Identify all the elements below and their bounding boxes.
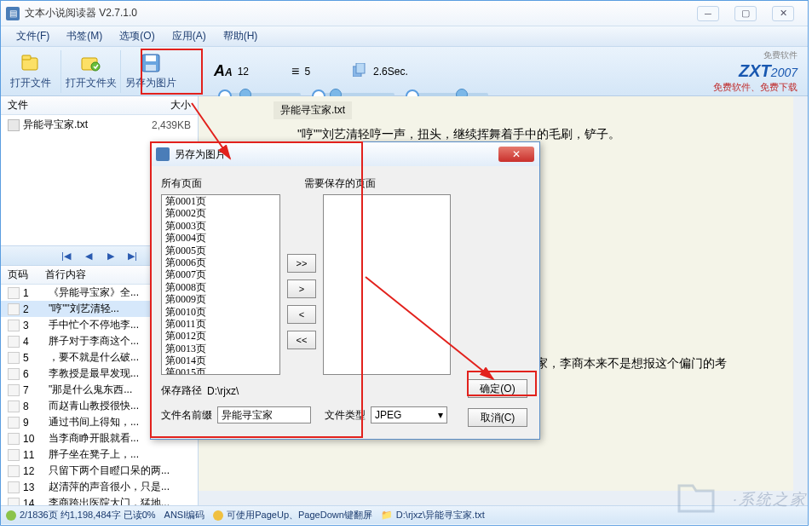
menu-file[interactable]: 文件(F)	[8, 26, 58, 46]
nav-first-button[interactable]: |◀	[59, 249, 74, 262]
menu-app[interactable]: 应用(A)	[164, 26, 215, 46]
page-item[interactable]: 第0006页	[162, 256, 279, 268]
close-button[interactable]: ✕	[772, 6, 794, 21]
filename-prefix-input[interactable]	[217, 406, 311, 423]
maximize-button[interactable]: ▢	[734, 6, 757, 21]
page-icon	[8, 433, 20, 445]
page-item[interactable]: 第0014页	[162, 354, 279, 366]
svg-rect-5	[146, 55, 156, 61]
chapter-text: 胖子坐在凳子上，...	[49, 447, 139, 462]
delay-control: 2.6Sec.	[353, 63, 408, 79]
chapter-text: 《异能寻宝家》全...	[49, 285, 139, 300]
chapter-num: 4	[23, 336, 49, 348]
font-size-value: 12	[238, 66, 249, 78]
chapter-text: ，要不就是什么破...	[49, 350, 139, 365]
chapter-num: 5	[23, 352, 49, 364]
menu-options[interactable]: 选项(O)	[111, 26, 163, 46]
selected-pages-list[interactable]	[323, 194, 451, 375]
chapter-row[interactable]: 12只留下两个目瞪口呆的两...	[1, 463, 198, 479]
folder-small-icon: 📁	[381, 510, 393, 521]
dialog-icon	[156, 147, 170, 161]
file-row[interactable]: 异能寻宝家.txt 2,439KB	[1, 115, 198, 135]
chapter-row[interactable]: 11胖子坐在凳子上，...	[1, 446, 198, 463]
page-icon	[8, 449, 20, 461]
page-item[interactable]: 第0010页	[162, 306, 279, 318]
open-file-label: 打开文件	[10, 76, 51, 90]
chapter-row[interactable]: 14李商跨出医院大门，猛地...	[1, 495, 198, 505]
all-pages-list[interactable]: 第0001页第0002页第0003页第0004页第0005页第0006页第000…	[161, 194, 280, 375]
page-item[interactable]: 第0004页	[162, 232, 279, 244]
chapter-text: 李教授是最早发现...	[49, 366, 139, 381]
chapter-row[interactable]: 13赵清萍的声音很小，只是...	[1, 479, 198, 495]
page-item[interactable]: 第0008页	[162, 281, 279, 293]
nav-next-button[interactable]: ▶	[103, 249, 118, 262]
open-file-button[interactable]: 打开文件	[1, 50, 60, 93]
svg-point-3	[91, 62, 100, 71]
open-folder-button[interactable]: 打开文件夹	[60, 50, 120, 93]
open-folder-label: 打开文件夹	[66, 76, 117, 90]
menu-bookmark[interactable]: 书签(M)	[58, 26, 111, 46]
status-icon	[6, 510, 16, 521]
page-item[interactable]: 第0007页	[162, 268, 279, 280]
move-all-left-button[interactable]: <<	[287, 331, 316, 349]
chapter-text: 当李商睁开眼就看...	[49, 431, 139, 446]
save-as-image-dialog: 另存为图片 ✕ 所有页面 需要保存的页面 第0001页第0002页第0003页第…	[150, 141, 540, 440]
page-icon	[8, 287, 20, 299]
titlebar: ▤ 文本小说阅读器 V2.7.1.0 ─ ▢ ✕	[1, 1, 808, 26]
move-left-button[interactable]: <	[287, 305, 316, 324]
page-item[interactable]: 第0011页	[162, 318, 279, 330]
file-header-name: 文件	[8, 98, 170, 112]
page-item[interactable]: 第0009页	[162, 293, 279, 305]
page-icon	[8, 465, 20, 477]
logo-text: ZXT	[739, 61, 771, 80]
toolbar-right: 免费软件 ZXT2007 免费软件、免费下载	[713, 49, 798, 94]
line-spacing-control: ≡ 5	[291, 64, 310, 79]
chapter-num: 7	[23, 384, 49, 396]
page-item[interactable]: 第0001页	[162, 195, 279, 207]
chapter-text: 李商跨出医院大门，猛地...	[49, 496, 170, 505]
chapter-num: 2	[23, 303, 49, 315]
page-item[interactable]: 第0002页	[162, 207, 279, 219]
page-item[interactable]: 第0005页	[162, 245, 279, 256]
page-item[interactable]: 第0015页	[162, 366, 279, 375]
menubar: 文件(F) 书签(M) 选项(O) 应用(A) 帮助(H)	[1, 26, 808, 47]
dialog-title: 另存为图片	[175, 147, 498, 162]
window-controls: ─ ▢ ✕	[697, 6, 803, 21]
cancel-button[interactable]: 取消(C)	[468, 408, 527, 427]
page-icon	[8, 303, 20, 315]
nav-prev-button[interactable]: ◀	[81, 249, 96, 262]
toolbar: 打开文件 打开文件夹 另存为图片 AA 12 ≡ 5 2.6Sec. 免	[1, 47, 808, 96]
page-item[interactable]: 第0013页	[162, 343, 279, 354]
nav-last-button[interactable]: ▶|	[125, 249, 141, 262]
save-as-image-button[interactable]: 另存为图片	[120, 50, 180, 93]
chapter-text: 通过书间上得知，...	[49, 415, 139, 429]
chapter-text: 而赵青山教授很快...	[49, 399, 139, 413]
page-icon	[8, 400, 20, 412]
chapter-num: 10	[23, 433, 49, 445]
chapter-text: 手中忙个不停地李...	[49, 318, 139, 332]
minimize-button[interactable]: ─	[697, 6, 719, 21]
page-icon	[8, 384, 20, 396]
move-right-button[interactable]: >	[287, 279, 316, 298]
chapter-text: 只留下两个目瞪口呆的两...	[49, 464, 170, 478]
status-pages: 2/1836页 约1,198,484字 已读0%	[20, 509, 156, 521]
logo-subtitle: 免费软件、免费下载	[713, 81, 798, 94]
status-path: D:\rjxz\异能寻宝家.txt	[396, 509, 485, 521]
watermark-icon	[676, 481, 717, 515]
svg-rect-1	[22, 55, 31, 60]
dialog-body: 所有页面 需要保存的页面 第0001页第0002页第0003页第0004页第00…	[151, 166, 539, 434]
move-all-right-button[interactable]: >>	[287, 254, 316, 273]
ok-button[interactable]: 确定(O)	[468, 379, 527, 398]
file-type-select[interactable]: JPEG▾	[371, 406, 447, 423]
dialog-close-button[interactable]: ✕	[498, 147, 534, 162]
page-item[interactable]: 第0003页	[162, 220, 279, 232]
need-save-label: 需要保存的页面	[304, 176, 376, 191]
page-item[interactable]: 第0012页	[162, 330, 279, 342]
page-icon	[8, 320, 20, 331]
menu-help[interactable]: 帮助(H)	[215, 26, 267, 46]
save-path-label: 保存路径	[161, 383, 202, 398]
pages-icon	[353, 63, 368, 79]
document-tab[interactable]: 异能寻宝家.txt	[274, 101, 352, 119]
filename-prefix-label: 文件名前缀	[161, 408, 212, 423]
vertical-scrollbar[interactable]	[793, 96, 808, 505]
